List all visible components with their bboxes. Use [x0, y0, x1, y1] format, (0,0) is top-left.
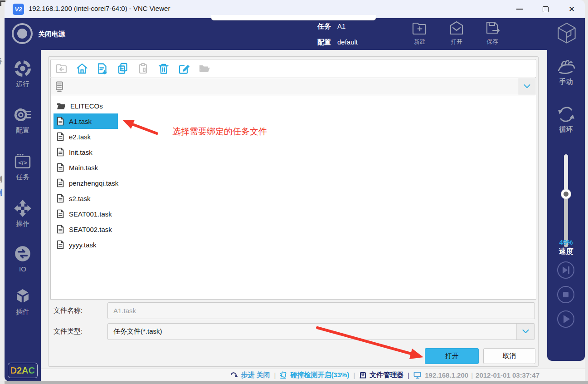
back-folder-icon[interactable]: [55, 62, 68, 75]
file-list-item-selected[interactable]: A1.task: [53, 113, 118, 129]
file-list-item[interactable]: Init.task: [53, 144, 99, 160]
maximize-button[interactable]: [535, 0, 556, 18]
minimize-button[interactable]: [509, 0, 530, 18]
sidebar-item-task[interactable]: </> 任务: [5, 152, 41, 182]
new-file-icon[interactable]: [96, 62, 109, 75]
window-title: 192.168.1.200 (intel-corei7-64:0) - VNC …: [29, 5, 170, 12]
open-task-button[interactable]: 打开: [442, 20, 471, 46]
sidebar-config-label: 配置: [16, 126, 29, 135]
task-file-icon: [56, 240, 64, 249]
close-button[interactable]: ✕: [561, 0, 582, 18]
file-list[interactable]: ELITECOs A1.task e2.task Init.task Main.…: [50, 95, 536, 300]
file-name-input[interactable]: [107, 302, 535, 319]
step-mode-status[interactable]: 步进 关闭: [241, 371, 270, 379]
play-button[interactable]: [557, 310, 575, 328]
background-window-text: 例: [0, 188, 3, 198]
file-list-item[interactable]: SEAT001.task: [53, 206, 118, 222]
minimize-icon: [516, 9, 523, 10]
speed-slider-thumb[interactable]: [561, 189, 571, 199]
open-task-icon: [448, 20, 465, 37]
file-name: s2.task: [69, 195, 91, 202]
config-value: default: [337, 38, 358, 46]
home-icon[interactable]: [76, 62, 88, 75]
file-type-dropdown-button[interactable]: [516, 324, 535, 340]
collision-detection-status[interactable]: 碰撞检测开启(33%): [290, 371, 349, 379]
file-name: Main.task: [69, 164, 98, 172]
sidebar-item-run[interactable]: 运行: [5, 59, 41, 89]
file-manager-status[interactable]: 文件管理器: [369, 371, 403, 379]
stop-icon: [557, 286, 575, 304]
file-list-item[interactable]: SEAT002.task: [53, 222, 118, 237]
combobox-dropdown-button[interactable]: [518, 78, 536, 95]
step-mode-icon: [230, 372, 238, 379]
file-list-item[interactable]: s2.task: [53, 191, 97, 206]
open-folder-icon[interactable]: [198, 62, 211, 75]
sidebar-item-io[interactable]: IO: [5, 244, 41, 273]
file-name: SEAT001.task: [69, 210, 112, 218]
settings-icon: [13, 105, 32, 124]
rename-icon[interactable]: [178, 62, 190, 75]
new-task-label: 新建: [414, 38, 426, 46]
file-name: ELITECOs: [70, 102, 103, 110]
chevron-down-icon: [524, 84, 530, 89]
sidebar-item-config[interactable]: 配置: [5, 105, 41, 135]
task-file-icon: [56, 132, 64, 141]
sidebar-task-label: 任务: [16, 173, 29, 182]
folder-icon: [56, 102, 66, 110]
annotation-text: 选择需要绑定的任务文件: [172, 126, 267, 138]
file-type-select[interactable]: 任务文件(*.task): [107, 323, 535, 340]
cancel-button[interactable]: 取消: [483, 348, 535, 364]
plugin-icon: [13, 287, 32, 306]
vnc-toolbar-handle[interactable]: [211, 15, 376, 20]
open-button-label: 打开: [445, 352, 459, 360]
save-task-button[interactable]: 保存: [478, 20, 507, 46]
file-name: penzhengqi.task: [69, 179, 118, 187]
file-list-item[interactable]: ELITECOs: [53, 98, 109, 113]
file-list-item[interactable]: e2.task: [53, 129, 97, 144]
save-task-label: 保存: [487, 38, 498, 46]
file-list-item[interactable]: Main.task: [53, 160, 104, 175]
skip-end-button[interactable]: [557, 261, 575, 279]
power-off-label[interactable]: 关闭电源: [38, 30, 65, 39]
stop-button[interactable]: [557, 286, 575, 304]
save-task-icon: [484, 20, 501, 37]
file-type-label: 文件类型:: [53, 327, 83, 336]
sidebar-item-operate[interactable]: 操作: [5, 199, 41, 228]
mode-manual[interactable]: 手动: [547, 57, 585, 86]
file-name: Init.task: [69, 148, 92, 156]
svg-text:</>: </>: [18, 159, 27, 166]
close-icon: ✕: [569, 5, 575, 13]
operate-icon: [13, 199, 32, 218]
new-task-icon: [411, 20, 428, 37]
loop-icon: [555, 103, 577, 125]
file-list-item[interactable]: yyyy.task: [53, 237, 103, 252]
file-name: SEAT002.task: [69, 226, 112, 233]
open-button[interactable]: 打开: [425, 348, 479, 364]
mode-loop[interactable]: 循环: [547, 103, 585, 134]
delete-icon[interactable]: [157, 62, 170, 75]
location-combobox[interactable]: [50, 78, 536, 95]
desktop-background: [585, 0, 588, 384]
task-file-icon: [56, 117, 64, 126]
new-task-button[interactable]: 新建: [405, 20, 434, 46]
run-icon: [13, 59, 32, 78]
file-name: A1.task: [69, 118, 92, 125]
remote-host-icon: [413, 371, 422, 379]
task-file-icon: [56, 194, 64, 203]
play-icon: [557, 310, 575, 328]
config-label: 配置: [317, 38, 331, 46]
datetime: 2012-01-01 03:37:47: [476, 371, 539, 379]
d2ac-badge[interactable]: D2AC: [8, 363, 38, 378]
sidebar-io-label: IO: [19, 265, 26, 273]
file-list-item[interactable]: penzhengqi.task: [53, 175, 125, 191]
sidebar-item-plugin[interactable]: 插件: [5, 287, 41, 316]
file-name-label: 文件名称:: [53, 306, 83, 315]
copy-icon[interactable]: [117, 62, 129, 75]
task-code-icon: </>: [13, 152, 32, 171]
power-off-button[interactable]: [12, 23, 33, 44]
file-name: e2.task: [69, 133, 91, 141]
paste-icon[interactable]: [137, 62, 150, 75]
vnc-logo-icon: V2: [13, 4, 24, 15]
file-name: yyyy.task: [69, 241, 97, 249]
sidebar-plugin-label: 插件: [16, 308, 29, 316]
